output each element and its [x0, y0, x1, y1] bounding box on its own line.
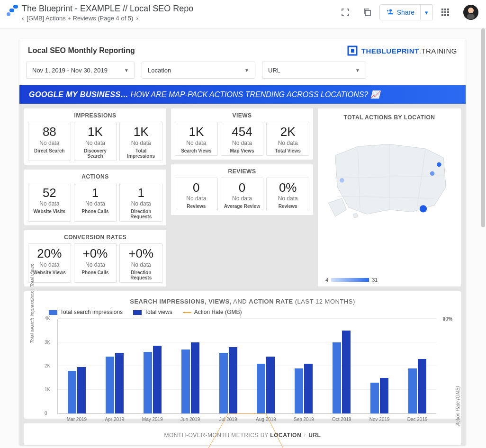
svg-rect-7 [447, 9, 449, 10]
map-dot[interactable] [340, 178, 344, 183]
chevron-right-icon[interactable]: › [136, 15, 138, 22]
scrollbar-thumb[interactable] [481, 28, 485, 227]
chevron-down-icon: ▼ [244, 68, 249, 73]
metric-card: 1KNo dataDiscovery Search [74, 122, 117, 161]
app-bar: The Blueprint - EXAMPLE // Local SEO Rep… [0, 0, 486, 28]
metric-card: 88No dataDirect Search [28, 122, 71, 161]
section-banner: GOOGLE MY BUSINESS… HOW ARE MAP-PACK ACT… [19, 85, 466, 104]
y2-axis-label: Action Rate (GMB) [455, 386, 460, 426]
mom-section-title: MONTH-OVER-MONTH METRICS BY LOCATION + U… [24, 423, 461, 445]
map-dot[interactable] [437, 162, 441, 167]
breadcrumb-page[interactable]: [GMB] Actions + Reviews (Page 4 of 5) [27, 15, 133, 22]
map-panel: TOTAL ACTIONS BY LOCATION 431 [318, 108, 461, 287]
actions-panel: ACTIONS 52No dataWebsite Visits 1No data… [24, 170, 166, 226]
us-map[interactable] [322, 124, 457, 233]
svg-rect-10 [447, 11, 449, 13]
metric-card: 0No dataReviews [175, 178, 218, 212]
share-button[interactable]: Share [379, 4, 421, 20]
chart-title: SEARCH IMPRESSIONS, VIEWS, AND ACTION RA… [29, 298, 456, 305]
svg-rect-2 [13, 5, 18, 9]
filter-row: Nov 1, 2019 - Nov 30, 2019▼ Location▼ UR… [19, 62, 466, 85]
metric-card: 52No dataWebsite Visits [28, 183, 71, 222]
chart-legend: Total search impressions Total views Act… [29, 309, 456, 315]
chevron-down-icon: ▼ [355, 68, 360, 73]
chart-panel: SEARCH IMPRESSIONS, VIEWS, AND ACTION RA… [24, 291, 461, 419]
impressions-panel: IMPRESSIONS 88No dataDirect Search 1KNo … [24, 108, 166, 165]
svg-rect-6 [444, 9, 446, 10]
brand-logo: THEBLUEPRINT.TRAINING [347, 45, 457, 56]
metric-card: 2KNo dataTotal Views [266, 122, 309, 156]
metric-card: 1No dataDirection Requests [119, 183, 162, 222]
fullscreen-icon[interactable] [336, 3, 355, 22]
metric-card: 1No dataPhone Calls [74, 183, 117, 222]
svg-rect-9 [444, 11, 446, 13]
metric-card: 1KNo dataTotal Impressions [119, 122, 162, 161]
map-dot[interactable] [430, 171, 435, 176]
metric-card: 1KNo dataSearch Views [175, 122, 218, 156]
svg-rect-13 [447, 14, 449, 16]
document-title[interactable]: The Blueprint - EXAMPLE // Local SEO Rep… [22, 4, 207, 14]
date-range-picker[interactable]: Nov 1, 2019 - Nov 30, 2019▼ [26, 62, 135, 79]
svg-point-4 [389, 9, 392, 11]
chevron-down-icon: ▼ [124, 68, 129, 73]
metric-card: +0%No dataPhone Calls [74, 243, 117, 283]
report-page: Local SEO Monthly Reporting THEBLUEPRINT… [19, 39, 466, 445]
conversion-panel: CONVERSION RATES 20%No dataWebsite Views… [24, 230, 166, 287]
svg-rect-11 [441, 14, 443, 16]
svg-rect-1 [9, 9, 14, 12]
report-canvas: Local SEO Monthly Reporting THEBLUEPRINT… [0, 28, 486, 448]
datastudio-logo-icon [5, 5, 19, 21]
apps-grid-icon[interactable] [436, 3, 455, 22]
location-picker[interactable]: Location▼ [142, 62, 255, 79]
metric-card: 0No dataAverage Review [221, 178, 264, 212]
chart-plot-area[interactable]: 01K2K3K4K10%20%30%40%Mar 2019Apr 2019May… [57, 319, 436, 414]
y-axis-label: Total search impressions | Total views [30, 264, 35, 343]
svg-rect-12 [444, 14, 446, 16]
views-panel: VIEWS 1KNo dataSearch Views 454No dataMa… [171, 108, 313, 160]
metric-card: 454No dataMap Views [221, 122, 264, 156]
url-picker[interactable]: URL▼ [262, 62, 366, 79]
svg-rect-5 [441, 9, 443, 10]
svg-rect-0 [7, 12, 10, 16]
chevron-left-icon[interactable]: ‹ [22, 15, 24, 22]
svg-rect-15 [351, 49, 354, 53]
share-dropdown-button[interactable]: ▾ [421, 4, 433, 20]
report-title: Local SEO Monthly Reporting [28, 46, 135, 55]
avatar[interactable] [463, 5, 478, 20]
metric-card: 0%No dataReviews [266, 178, 309, 212]
reviews-panel: REVIEWS 0No dataReviews 0No dataAverage … [171, 164, 313, 215]
map-dot[interactable] [420, 205, 427, 212]
svg-rect-3 [365, 10, 370, 16]
map-legend: 431 [325, 277, 378, 283]
share-label: Share [397, 9, 414, 16]
copy-icon[interactable] [358, 3, 377, 22]
svg-rect-8 [441, 11, 443, 13]
person-add-icon [386, 8, 394, 18]
breadcrumb: ‹ [GMB] Actions + Reviews (Page 4 of 5) … [22, 15, 336, 22]
metric-card: +0%No dataDirection Requests [119, 243, 162, 283]
